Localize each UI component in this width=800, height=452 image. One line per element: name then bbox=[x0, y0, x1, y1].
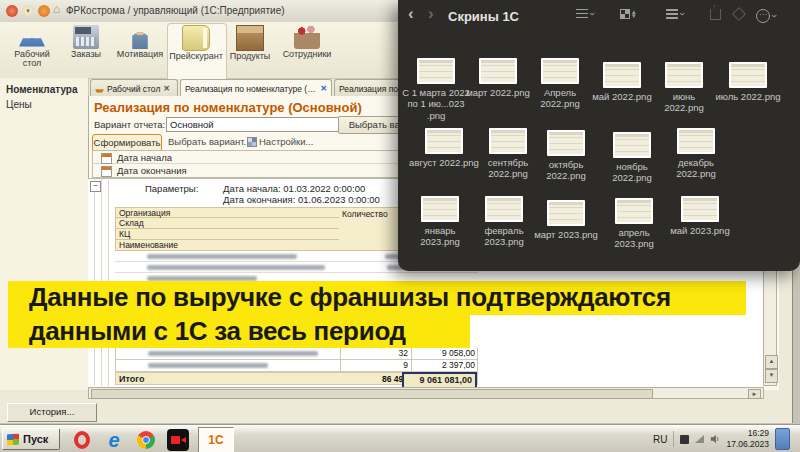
screenshot-thumbnail-icon bbox=[547, 130, 585, 156]
table-row: 9 2 397,00 bbox=[115, 360, 478, 372]
file-item[interactable]: май 2023.png bbox=[670, 196, 730, 236]
sidebar-item-nomenclature[interactable]: Номенклатура bbox=[6, 84, 77, 95]
field-row-date-start[interactable]: Дата начала bbox=[93, 151, 431, 164]
select-variant-link[interactable]: Выбрать вариант... bbox=[168, 136, 251, 147]
total-quantity: 86 492 bbox=[342, 373, 408, 386]
section-desktop[interactable]: Рабочий стол bbox=[5, 24, 59, 77]
screenshot-thumbnail-icon bbox=[681, 196, 719, 222]
screenshot-thumbnail-icon bbox=[489, 128, 527, 154]
settings-button[interactable]: Настройки... bbox=[248, 136, 314, 147]
sum-cell: 9 058,00 bbox=[413, 348, 475, 359]
file-item[interactable]: декабрь 2022.png bbox=[668, 128, 724, 180]
file-item[interactable]: февраль 2023.png bbox=[476, 196, 532, 248]
language-indicator[interactable]: RU bbox=[653, 434, 667, 445]
minimize-icon[interactable]: ▾ bbox=[22, 5, 34, 17]
section-pricelist[interactable]: Прейскурант bbox=[169, 24, 223, 77]
row-header-kc: КЦ bbox=[115, 229, 340, 240]
file-item[interactable]: апрель 2023.png bbox=[598, 198, 670, 250]
close-icon[interactable] bbox=[6, 5, 18, 17]
cash-register-icon bbox=[73, 25, 99, 49]
banner-line-1: Данные по выручке с франшизы подтверждаю… bbox=[8, 281, 746, 315]
screenshot-thumbnail-icon bbox=[615, 198, 653, 224]
quantity-cell: 9 bbox=[342, 360, 408, 371]
share-icon[interactable] bbox=[710, 9, 721, 20]
onec-taskbar-icon[interactable]: 1С bbox=[198, 427, 234, 452]
group-view-icon[interactable]: › bbox=[666, 9, 683, 19]
file-item[interactable]: Апрель 2022.png bbox=[526, 58, 594, 110]
internet-explorer-icon[interactable]: e bbox=[102, 428, 126, 452]
close-tab-icon[interactable]: ✕ bbox=[320, 84, 327, 93]
field-row-date-end[interactable]: Дата окончания bbox=[93, 164, 431, 177]
sailboat-icon bbox=[95, 85, 104, 93]
scroll-right-icon[interactable]: ► bbox=[748, 389, 761, 399]
section-employees[interactable]: Сотрудники bbox=[280, 24, 334, 77]
collapse-group-icon[interactable]: − bbox=[90, 181, 101, 192]
file-item[interactable]: январь 2023.png bbox=[404, 196, 476, 248]
section-motivation[interactable]: Мотивация bbox=[113, 24, 167, 77]
calendar-icon bbox=[101, 166, 112, 177]
more-actions-icon[interactable]: ⋯› bbox=[756, 9, 775, 23]
show-desktop-icon[interactable] bbox=[775, 428, 790, 450]
report-fields-box: Дата начала Дата окончания bbox=[92, 150, 432, 178]
icon-view-icon[interactable]: ▴▾ bbox=[620, 9, 636, 19]
windows-flag-icon bbox=[7, 433, 19, 445]
volume-icon[interactable] bbox=[710, 434, 720, 444]
keyboard-tray-icon[interactable] bbox=[680, 435, 689, 444]
people-icon bbox=[294, 25, 320, 49]
chrome-icon[interactable] bbox=[134, 428, 158, 452]
file-item[interactable]: сентябрь 2022.png bbox=[480, 128, 536, 180]
start-button[interactable]: Пуск bbox=[2, 428, 60, 450]
file-item[interactable]: С 1 марта 2022 по 1 ию...023 .png bbox=[400, 58, 472, 121]
screenshot-thumbnail-icon bbox=[603, 62, 641, 88]
screenshot-thumbnail-icon bbox=[425, 128, 463, 154]
file-item[interactable]: июнь 2022.png bbox=[652, 62, 716, 114]
home-icon[interactable]: ⌂ bbox=[53, 2, 60, 16]
variant-label: Вариант отчета: bbox=[94, 119, 165, 130]
tag-icon[interactable] bbox=[734, 9, 744, 19]
settings-grid-icon bbox=[248, 138, 256, 146]
clock[interactable]: 16:29 17.06.2023 bbox=[726, 428, 769, 449]
finder-window: ‹ › Скрины 1С › ▴▾ › ⋯› С 1 марта 2022 п… bbox=[398, 0, 800, 271]
screenshot-thumbnail-icon bbox=[729, 62, 767, 88]
sidebar-item-prices[interactable]: Цены bbox=[6, 99, 32, 110]
network-signal-icon[interactable] bbox=[695, 435, 704, 443]
total-row: Итого 86 492 9 061 081,00 bbox=[115, 372, 478, 385]
back-icon[interactable]: ‹ bbox=[408, 4, 414, 24]
maximize-icon[interactable] bbox=[38, 5, 50, 17]
horizontal-scrollbar[interactable]: ► bbox=[88, 387, 764, 399]
file-item[interactable]: июль 2022.png bbox=[714, 62, 782, 102]
close-tab-icon[interactable]: ✕ bbox=[163, 84, 170, 93]
param-date-start: Дата начала: 01.03.2022 0:00:00 bbox=[223, 183, 365, 194]
window-title: ФРКострома / управляющий (1С:Предприятие… bbox=[66, 5, 285, 16]
redacted-text bbox=[148, 351, 318, 356]
section-orders[interactable]: Заказы bbox=[59, 24, 113, 77]
section-products[interactable]: Продукты bbox=[223, 24, 277, 77]
sum-cell: 2 397,00 bbox=[413, 360, 475, 371]
scroll-up-icon[interactable]: ▲ bbox=[765, 355, 778, 369]
file-item[interactable]: октябрь 2022.png bbox=[538, 130, 594, 182]
screenshot-thumbnail-icon bbox=[613, 132, 651, 158]
redacted-text bbox=[147, 254, 297, 259]
screenshot-thumbnail-icon bbox=[665, 62, 703, 88]
redacted-text bbox=[147, 265, 325, 270]
file-item[interactable]: март 2023.png bbox=[534, 200, 598, 240]
history-button[interactable]: История... bbox=[7, 403, 97, 422]
file-item[interactable]: май 2022.png bbox=[590, 62, 654, 102]
opera-icon[interactable] bbox=[70, 428, 94, 452]
table-row: 32 9 058,00 bbox=[115, 348, 478, 360]
tab-report-active[interactable]: Реализация по номенклатуре (Основной) ✕ bbox=[180, 79, 332, 97]
screenshot-thumbnail-icon bbox=[677, 128, 715, 154]
screen-recorder-icon[interactable] bbox=[166, 428, 190, 452]
screen: ▾ ⌂ ФРКострома / управляющий (1С:Предпри… bbox=[0, 0, 800, 452]
file-item[interactable]: март 2022.png bbox=[466, 58, 530, 98]
forward-icon[interactable]: › bbox=[428, 4, 434, 24]
desk-icon bbox=[19, 25, 45, 49]
tab-desktop[interactable]: Рабочий стол ✕ bbox=[90, 79, 178, 97]
list-view-icon[interactable]: › bbox=[576, 9, 593, 18]
variant-input[interactable]: Основной bbox=[166, 117, 340, 132]
file-item[interactable]: август 2022.png bbox=[408, 128, 480, 168]
file-item[interactable]: ноябрь 2022.png bbox=[596, 132, 668, 184]
scroll-down-icon[interactable]: ▼ bbox=[765, 369, 778, 383]
screenshot-thumbnail-icon bbox=[547, 200, 585, 226]
scrollbar-thumb[interactable] bbox=[91, 389, 653, 399]
